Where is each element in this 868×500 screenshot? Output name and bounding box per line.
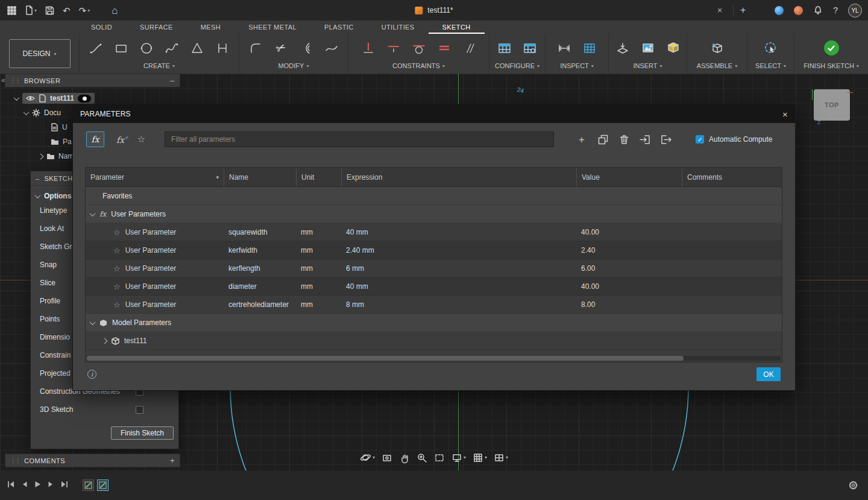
browser-item-label[interactable]: U	[62, 123, 68, 131]
select-tool-icon[interactable]	[762, 39, 780, 57]
fx-user-parameter-icon[interactable]: fx+	[116, 134, 129, 145]
finish-sketch-label[interactable]: FINISH SKETCH	[804, 62, 854, 69]
display-caret-icon[interactable]: ▾	[464, 455, 466, 460]
grid-settings-icon[interactable]: ▾	[471, 451, 488, 464]
job-status-icon[interactable]	[775, 6, 784, 15]
comments-header[interactable]: ⋮⋮ COMMENTS +	[5, 454, 180, 467]
home-view-icon[interactable]: ⌂	[112, 5, 118, 16]
parameter-expression[interactable]: 6 mm	[341, 264, 576, 273]
scrollbar-thumb[interactable]	[87, 356, 684, 361]
measure-icon[interactable]	[555, 39, 573, 57]
parameter-expression[interactable]: 40 mm	[341, 282, 576, 291]
vertical-constraint-icon[interactable]	[359, 39, 377, 57]
timeline-settings-gear-icon[interactable]	[848, 480, 858, 490]
parameter-row[interactable]: ☆User Parameter kerfwidth mm 2.40 mm 2.4…	[86, 241, 782, 259]
file-menu-icon[interactable]: ▾	[25, 5, 37, 15]
section-analysis-icon[interactable]	[580, 39, 599, 57]
ribbon-tab[interactable]: SHEET METAL	[234, 21, 310, 34]
expand-caret-icon[interactable]	[14, 95, 20, 101]
orbit-icon[interactable]: ▾	[359, 451, 376, 464]
fit-icon[interactable]	[433, 451, 446, 464]
column-unit[interactable]: Unit	[296, 168, 341, 187]
browser-item-label[interactable]: Nam	[58, 152, 74, 160]
drag-grip-icon[interactable]: ⋮⋮	[10, 77, 20, 84]
parameter-row[interactable]: ☆User Parameter squarewidth mm 40 mm 40.…	[86, 223, 782, 241]
collapsed-caret-icon[interactable]	[38, 153, 44, 159]
zoom-icon[interactable]	[415, 451, 429, 464]
new-tab-icon[interactable]: +	[740, 0, 746, 21]
root-document-name[interactable]: test111	[50, 94, 74, 103]
parameter-expression[interactable]: 2.40 mm	[341, 246, 576, 255]
close-document-icon[interactable]: ×	[717, 0, 722, 21]
panel-collapse-icon[interactable]: «	[1, 76, 5, 84]
parameter-name[interactable]: squarewidth	[224, 228, 296, 236]
column-sort-caret-icon[interactable]: ▾	[216, 174, 219, 180]
circle-tool-icon[interactable]	[137, 39, 156, 57]
browser-item-label[interactable]: Pa	[63, 138, 72, 146]
parameter-name[interactable]: kerfwidth	[224, 246, 296, 255]
timeline-step-back-icon[interactable]	[22, 481, 28, 490]
spline-tool-icon[interactable]	[163, 39, 181, 57]
pan-icon[interactable]	[398, 451, 411, 464]
timeline-sketch-feature[interactable]	[83, 479, 94, 491]
look-at-icon[interactable]	[380, 451, 394, 464]
info-icon[interactable]: i	[87, 370, 96, 379]
ribbon-tab[interactable]: SKETCH	[429, 21, 485, 34]
modify-group-label[interactable]: MODIFY	[278, 62, 304, 69]
document-tab[interactable]: test111*	[415, 0, 453, 21]
user-parameters-section-row[interactable]: fxUser Parameters	[86, 205, 782, 223]
finish-sketch-icon[interactable]	[822, 39, 840, 57]
new-component-icon[interactable]	[708, 39, 726, 57]
parameter-name[interactable]: diameter	[224, 282, 296, 291]
parameter-row[interactable]: ☆User Parameter certreholediameter mm 8 …	[86, 296, 782, 314]
ok-button[interactable]: OK	[756, 367, 781, 381]
polygon-tool-icon[interactable]	[188, 39, 206, 57]
collapse-caret-icon[interactable]	[90, 319, 96, 325]
ribbon-tab[interactable]: PLASTIC	[310, 21, 368, 34]
view-cube[interactable]: TOP	[814, 89, 850, 121]
expand-caret-icon[interactable]	[24, 109, 30, 115]
app-menu-icon[interactable]	[7, 6, 16, 15]
decal-icon[interactable]	[614, 39, 632, 57]
browser-item-label[interactable]: Docu	[44, 109, 61, 117]
fx-all-parameters-button[interactable]: fx	[86, 131, 104, 147]
drag-grip-icon[interactable]: ⋮⋮	[10, 457, 20, 464]
column-name[interactable]: Name	[224, 168, 296, 187]
timeline-go-to-end-icon[interactable]	[60, 481, 68, 490]
expand-caret-icon[interactable]	[102, 338, 108, 344]
fillet-tool-icon[interactable]	[247, 39, 265, 57]
extension-icon[interactable]	[794, 6, 803, 15]
parameter-expression[interactable]: 8 mm	[341, 300, 576, 309]
parameter-row[interactable]: ☆User Parameter kerflength mm 6 mm 6.00	[86, 259, 782, 277]
design-workspace-button[interactable]: DESIGN ▾	[9, 39, 71, 68]
horizontal-constraint-icon[interactable]	[385, 39, 403, 57]
ribbon-tab[interactable]: UTILITIES	[368, 21, 429, 34]
favorite-star-icon[interactable]: ☆	[113, 300, 121, 309]
filter-parameters-input[interactable]	[165, 131, 554, 147]
finish-sketch-button[interactable]: Finish Sketch	[111, 426, 174, 440]
import-parameters-icon[interactable]	[640, 134, 650, 145]
rectangle-tool-icon[interactable]	[112, 39, 130, 57]
delete-parameter-icon[interactable]	[618, 134, 629, 145]
collapse-caret-icon[interactable]	[90, 210, 96, 217]
line-tool-icon[interactable]	[87, 39, 105, 57]
horizontal-scrollbar[interactable]	[87, 356, 781, 361]
timeline-play-icon[interactable]	[34, 481, 41, 490]
slot-tool-icon[interactable]	[213, 39, 231, 57]
canvas-image-icon[interactable]	[639, 39, 657, 57]
viewports-caret-icon[interactable]: ▾	[506, 455, 508, 460]
configure-group-label[interactable]: CONFIGURE	[495, 62, 535, 69]
automatic-compute-checkbox[interactable]: ✓	[696, 135, 704, 144]
browser-root-row[interactable]: test111	[5, 91, 180, 106]
undo-icon[interactable]: ↶	[63, 6, 71, 15]
favorite-star-icon[interactable]: ☆	[113, 282, 121, 291]
save-icon[interactable]	[45, 6, 54, 15]
parameter-name[interactable]: certreholediameter	[224, 300, 296, 309]
favorite-star-icon[interactable]: ☆	[113, 246, 121, 255]
add-parameter-icon[interactable]: +	[576, 134, 587, 145]
offset-tool-icon[interactable]	[297, 39, 315, 57]
column-value[interactable]: Value	[576, 168, 682, 187]
parallel-constraint-icon[interactable]	[461, 39, 479, 57]
select-group-label[interactable]: SELECT	[755, 62, 781, 69]
create-group-label[interactable]: CREATE	[143, 62, 170, 69]
